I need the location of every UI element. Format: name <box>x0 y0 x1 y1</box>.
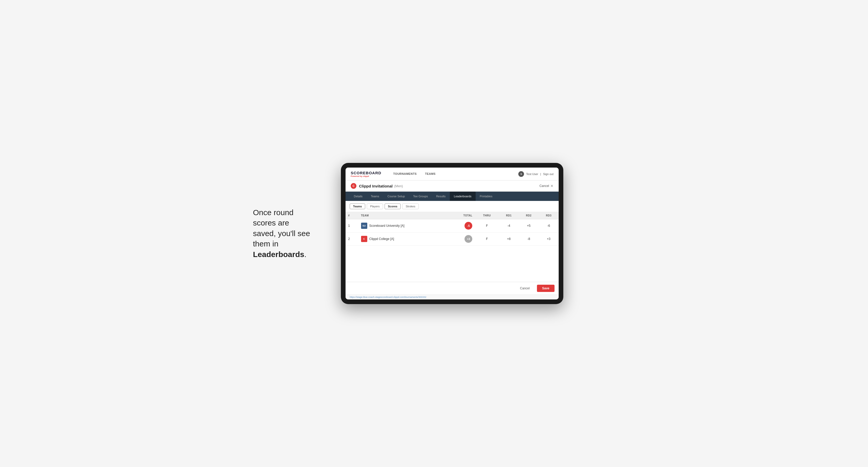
user-name: Test User <box>526 173 538 176</box>
sidebar-text-block: Once round scores are saved, you'll see … <box>253 207 326 260</box>
tab-leaderboards[interactable]: Leaderboards <box>450 192 476 201</box>
col-rd3: RD3 <box>539 212 559 219</box>
row1-team: SU Scoreboard University [A] <box>359 219 449 232</box>
row2-team-cell: C Clippd College [A] <box>361 236 446 242</box>
logo-text: SCOREBOARD <box>351 171 381 175</box>
row1-team-cell: SU Scoreboard University [A] <box>361 223 446 229</box>
brand-name: clippd <box>363 175 369 177</box>
close-icon: ✕ <box>550 184 554 188</box>
col-thru: THRU <box>475 212 499 219</box>
row2-team-logo: C <box>361 236 367 242</box>
sidebar-line3: saved, you'll see <box>253 229 310 238</box>
sidebar-line1: Once round <box>253 208 293 217</box>
nav-tournaments[interactable]: TOURNAMENTS <box>389 167 421 181</box>
table-header-row: # TEAM TOTAL THRU RD1 RD2 RD3 <box>345 212 559 219</box>
tablet-frame: SCOREBOARD Powered by clippd TOURNAMENTS… <box>341 163 563 304</box>
row2-rank: 2 <box>345 232 359 246</box>
row2-total: +3 <box>449 232 475 246</box>
sidebar-line2: scores are <box>253 218 289 227</box>
row1-total: -5 <box>449 219 475 232</box>
cancel-label: Cancel <box>539 184 549 188</box>
tab-printables[interactable]: Printables <box>476 192 497 201</box>
tab-results[interactable]: Results <box>432 192 450 201</box>
row1-rd2: +5 <box>519 219 539 232</box>
nav-links: TOURNAMENTS TEAMS <box>389 167 518 181</box>
row2-team-name: Clippd College [A] <box>369 237 394 241</box>
user-avatar: S <box>518 171 524 177</box>
filter-players-btn[interactable]: Players <box>367 204 383 209</box>
filter-teams-btn[interactable]: Teams <box>350 204 365 209</box>
row1-team-name: Scoreboard University [A] <box>369 224 404 227</box>
col-rank: # <box>345 212 359 219</box>
row1-team-logo: SU <box>361 223 367 229</box>
sidebar-period: . <box>304 250 306 258</box>
logo-area: SCOREBOARD Powered by clippd <box>351 171 381 177</box>
table-row: 1 SU Scoreboard University [A] <box>345 219 559 232</box>
row2-rd1: +8 <box>499 232 519 246</box>
tournament-header: C Clippd Invitational (Men) Cancel ✕ <box>345 181 559 192</box>
col-rd1: RD1 <box>499 212 519 219</box>
filter-strokes-btn[interactable]: Strokes <box>402 204 418 209</box>
sidebar-line4: them in <box>253 240 278 248</box>
url-bar: https://stage-blue-coach.stagescoreboard… <box>345 294 559 300</box>
row2-thru: F <box>475 232 499 246</box>
footer-save-button[interactable]: Save <box>537 285 555 292</box>
table-row: 2 C Clippd College [A] +3 <box>345 232 559 246</box>
row1-total-badge: -5 <box>465 222 472 229</box>
row1-rank: 1 <box>345 219 359 232</box>
sidebar-bold: Leaderboards <box>253 250 304 258</box>
row2-total-badge: +3 <box>465 235 472 243</box>
nav-divider: | <box>540 173 541 176</box>
filter-scores-btn[interactable]: Scores <box>384 204 401 209</box>
nav-right: S Test User | Sign out <box>518 171 554 177</box>
row1-rd1: -4 <box>499 219 519 232</box>
logo-powered: Powered by clippd <box>351 175 381 177</box>
leaderboard-table-container: # TEAM TOTAL THRU RD1 RD2 RD3 1 <box>345 212 559 246</box>
content-spacer <box>345 246 559 282</box>
nav-teams[interactable]: TEAMS <box>421 167 440 181</box>
page-wrapper: Once round scores are saved, you'll see … <box>253 163 615 304</box>
tournament-subtitle: (Men) <box>394 184 403 188</box>
col-rd2: RD2 <box>519 212 539 219</box>
tournament-icon: C <box>351 183 356 189</box>
row1-thru: F <box>475 219 499 232</box>
row2-team: C Clippd College [A] <box>359 232 449 246</box>
sub-tabs: Details Teams Course Setup Tee Groups Re… <box>345 192 559 201</box>
tab-tee-groups[interactable]: Tee Groups <box>409 192 432 201</box>
row1-rd3: -6 <box>539 219 559 232</box>
tab-course-setup[interactable]: Course Setup <box>383 192 409 201</box>
cancel-tournament-link[interactable]: Cancel ✕ <box>539 184 554 188</box>
sign-out-link[interactable]: Sign out <box>543 173 554 176</box>
url-text: https://stage-blue-coach.stagescoreboard… <box>350 296 426 299</box>
row2-rd2: -8 <box>519 232 539 246</box>
col-total: TOTAL <box>449 212 475 219</box>
tablet-screen: SCOREBOARD Powered by clippd TOURNAMENTS… <box>345 167 559 300</box>
tab-teams[interactable]: Teams <box>367 192 383 201</box>
footer-cancel-button[interactable]: Cancel <box>516 285 534 292</box>
col-team: TEAM <box>359 212 449 219</box>
leaderboard-table: # TEAM TOTAL THRU RD1 RD2 RD3 1 <box>345 212 559 246</box>
footer-bar: Cancel Save <box>345 282 559 294</box>
filter-bar: Teams Players Scores Strokes <box>345 201 559 212</box>
tab-details[interactable]: Details <box>350 192 367 201</box>
tournament-title: Clippd Invitational <box>359 184 393 188</box>
top-nav: SCOREBOARD Powered by clippd TOURNAMENTS… <box>345 167 559 181</box>
row2-rd3: +3 <box>539 232 559 246</box>
